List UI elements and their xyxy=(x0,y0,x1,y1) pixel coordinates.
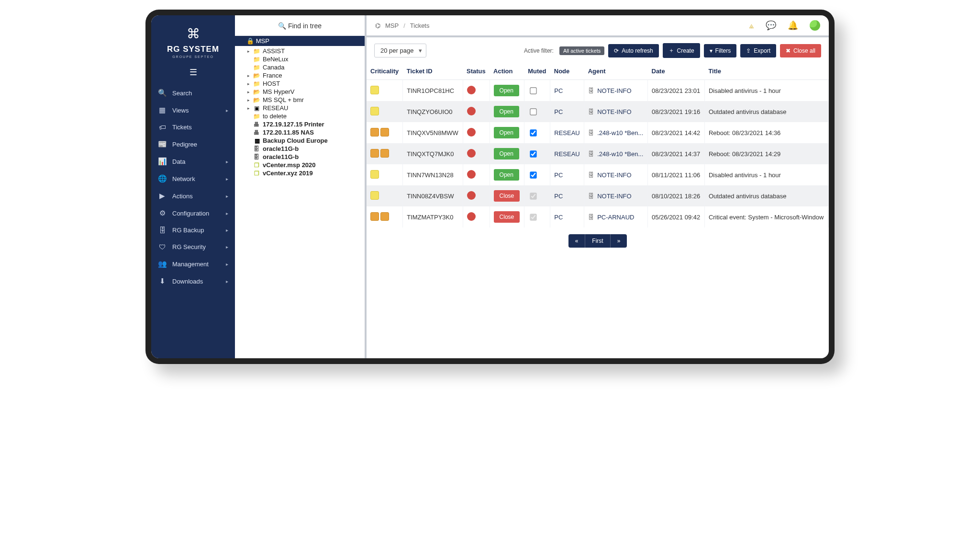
col-ticket-id[interactable]: Ticket ID xyxy=(403,63,463,80)
table-row: TIMZMATPY3K0ClosePC🗄PC-ARNAUD05/26/2021 … xyxy=(367,206,829,228)
action-open-button[interactable]: Open xyxy=(494,169,519,181)
action-close-button[interactable]: Close xyxy=(494,190,520,202)
col-date[interactable]: Date xyxy=(648,63,705,80)
tree-item[interactable]: ▸▣RESEAU xyxy=(246,104,362,112)
auto-refresh-button[interactable]: ⟳ Auto refresh xyxy=(608,44,658,57)
sidebar-item-data[interactable]: 📊Data▸ xyxy=(151,153,235,170)
action-open-button[interactable]: Open xyxy=(494,148,519,159)
tree-item[interactable]: ❒vCenter.xyz 2019 xyxy=(246,169,362,177)
node-link[interactable]: PC xyxy=(554,171,563,179)
per-page-select[interactable]: 20 per page xyxy=(374,44,426,57)
sidebar-item-views[interactable]: ▦Views▸ xyxy=(151,102,235,119)
pager-first[interactable]: First xyxy=(585,234,610,248)
col-status[interactable]: Status xyxy=(463,63,490,80)
tree-item[interactable]: ▸📁ASSIST xyxy=(246,47,362,55)
tree-item[interactable]: 🗄oracle11G-b xyxy=(246,153,362,161)
ticket-id[interactable]: TINN08Z4VBSW xyxy=(403,185,463,206)
tree-item[interactable]: ▸📂France xyxy=(246,71,362,80)
muted-checkbox[interactable] xyxy=(530,87,536,94)
action-close-button[interactable]: Close xyxy=(494,211,520,223)
muted-checkbox xyxy=(530,193,536,199)
agent-link[interactable]: NOTE-INFO xyxy=(597,87,632,94)
node-link[interactable]: RESEAU xyxy=(554,129,579,137)
breadcrumb-org[interactable]: MSP xyxy=(385,22,399,29)
col-agent[interactable]: Agent xyxy=(584,63,648,80)
criticality-orange-icon xyxy=(380,212,389,221)
col-criticality[interactable]: Criticality xyxy=(367,63,403,80)
sidebar-item-configuration[interactable]: ⚙Configuration▸ xyxy=(151,205,235,222)
agent-link[interactable]: PC-ARNAUD xyxy=(597,214,634,221)
muted-checkbox[interactable] xyxy=(530,171,536,178)
sidebar-toggle[interactable]: ☰ xyxy=(151,63,235,84)
sidebar-item-icon: ▶ xyxy=(158,192,167,200)
tree-item[interactable]: 📁BeNeLux xyxy=(246,55,362,63)
ticket-id[interactable]: TINR1OPC81HC xyxy=(403,80,463,102)
org-tree-icon[interactable]: ⌬ xyxy=(375,22,380,29)
ticket-id[interactable]: TINN7WN13N28 xyxy=(403,164,463,185)
ticket-id[interactable]: TINQXTQ7MJK0 xyxy=(403,143,463,164)
tree-item[interactable]: 🗄oracle11G-b xyxy=(246,145,362,153)
ticket-date: 08/23/2021 14:37 xyxy=(648,143,705,164)
tree-item[interactable]: ▸📁HOST xyxy=(246,80,362,88)
export-button[interactable]: ⇪ Export xyxy=(740,44,776,57)
tree-item[interactable]: ▦Backup Cloud Europe xyxy=(246,137,362,145)
action-open-button[interactable]: Open xyxy=(494,85,519,96)
sidebar-item-downloads[interactable]: ⬇Downloads▸ xyxy=(151,273,235,290)
chat-icon[interactable]: 💬 xyxy=(766,20,776,31)
bell-icon[interactable]: 🔔 xyxy=(788,20,798,31)
tree-root[interactable]: 🔒 MSP xyxy=(235,36,365,46)
node-link[interactable]: PC xyxy=(554,193,563,200)
tree-item[interactable]: 📁to delete xyxy=(246,112,362,120)
alerts-icon[interactable]: ⟁ xyxy=(749,21,754,31)
tree-item[interactable]: 🖶172.20.11.85 NAS xyxy=(246,128,362,137)
muted-checkbox[interactable] xyxy=(530,108,536,115)
col-node[interactable]: Node xyxy=(550,63,584,80)
action-open-button[interactable]: Open xyxy=(494,127,519,138)
sidebar-item-tickets[interactable]: 🏷Tickets xyxy=(151,119,235,136)
node-link[interactable]: PC xyxy=(554,87,563,94)
tree-item[interactable]: ❒vCenter.msp 2020 xyxy=(246,161,362,169)
ticket-id[interactable]: TINQZYO6UIO0 xyxy=(403,101,463,122)
active-filter-pill[interactable]: All active tickets xyxy=(559,46,604,55)
muted-checkbox[interactable] xyxy=(530,129,536,136)
sidebar-item-network[interactable]: 🌐Network▸ xyxy=(151,170,235,187)
ticket-id[interactable]: TIMZMATPY3K0 xyxy=(403,206,463,228)
node-link[interactable]: RESEAU xyxy=(554,150,579,158)
close-all-button[interactable]: ✖ Close all xyxy=(780,44,821,57)
tree-item[interactable]: 🖶172.19.127.15 Printer xyxy=(246,120,362,128)
tree-item-label: France xyxy=(263,72,282,79)
muted-checkbox[interactable] xyxy=(530,150,536,157)
sidebar-item-rg-backup[interactable]: 🗄RG Backup▸ xyxy=(151,222,235,239)
find-in-tree[interactable]: 🔍 Find in tree xyxy=(235,15,365,36)
pager-prev[interactable]: « xyxy=(568,234,585,248)
sidebar-item-management[interactable]: 👥Management▸ xyxy=(151,255,235,273)
ticket-id[interactable]: TINQXV5N8MWW xyxy=(403,122,463,143)
node-link[interactable]: PC xyxy=(554,108,563,115)
status-dot-icon xyxy=(467,107,476,115)
tree-twist-icon: ▸ xyxy=(246,106,250,111)
agent-link[interactable]: NOTE-INFO xyxy=(597,193,632,200)
node-link[interactable]: PC xyxy=(554,214,563,221)
folder-icon: 📁 xyxy=(253,48,260,55)
create-button[interactable]: ＋ Create xyxy=(663,43,700,58)
agent-link[interactable]: NOTE-INFO xyxy=(597,108,632,115)
sidebar-item-rg-security[interactable]: 🛡RG Security▸ xyxy=(151,239,235,255)
sidebar-item-actions[interactable]: ▶Actions▸ xyxy=(151,187,235,205)
pager-next[interactable]: » xyxy=(610,234,627,248)
sidebar-item-pedigree[interactable]: 📰Pedigree xyxy=(151,136,235,153)
tree-item[interactable]: ▸📂MS SQL + bmr xyxy=(246,96,362,104)
status-dot-icon xyxy=(467,170,476,179)
sidebar-item-icon: 📊 xyxy=(158,157,167,166)
tree-item[interactable]: ▸📂MS HyperV xyxy=(246,88,362,96)
avatar[interactable] xyxy=(810,20,820,31)
col-title[interactable]: Title xyxy=(704,63,828,80)
filters-button[interactable]: ▾ Filters xyxy=(704,44,737,57)
col-muted[interactable]: Muted xyxy=(524,63,550,80)
sidebar-item-search[interactable]: 🔍Search xyxy=(151,84,235,102)
tree-item[interactable]: 📁Canada xyxy=(246,63,362,71)
agent-link[interactable]: .248-w10 *Ben... xyxy=(597,129,643,137)
col-action[interactable]: Action xyxy=(490,63,524,80)
action-open-button[interactable]: Open xyxy=(494,106,519,117)
agent-link[interactable]: NOTE-INFO xyxy=(597,171,632,179)
agent-link[interactable]: .248-w10 *Ben... xyxy=(597,150,643,158)
